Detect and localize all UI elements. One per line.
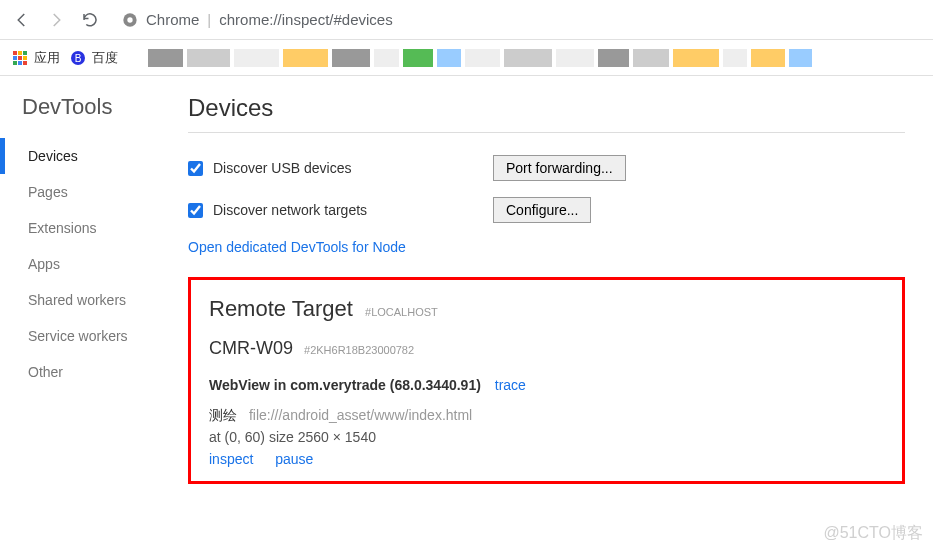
port-forwarding-button[interactable]: Port forwarding...: [493, 155, 626, 181]
bookmark-placeholder[interactable]: [403, 49, 433, 67]
node-devtools-link[interactable]: Open dedicated DevTools for Node: [188, 231, 406, 263]
remote-target-heading: Remote Target #LOCALHOST: [209, 296, 884, 322]
bookmark-placeholder[interactable]: [751, 49, 785, 67]
sidebar-item-devices[interactable]: Devices: [0, 138, 170, 174]
sidebar-item-shared-workers[interactable]: Shared workers: [0, 282, 170, 318]
baidu-icon: B: [70, 50, 86, 66]
discover-usb-row: Discover USB devices Port forwarding...: [188, 147, 905, 189]
bookmark-placeholder[interactable]: [234, 49, 279, 67]
webview-label: WebView in com.verytrade (68.0.3440.91): [209, 377, 481, 393]
bookmark-placeholder[interactable]: [283, 49, 328, 67]
bookmark-placeholder[interactable]: [789, 49, 812, 67]
sidebar-item-apps[interactable]: Apps: [0, 246, 170, 282]
sidebar-item-service-workers[interactable]: Service workers: [0, 318, 170, 354]
bookmark-placeholder[interactable]: [437, 49, 461, 67]
sidebar-item-extensions[interactable]: Extensions: [0, 210, 170, 246]
bookmark-placeholder[interactable]: [504, 49, 552, 67]
apps-shortcut[interactable]: 应用: [12, 49, 60, 67]
discover-network-label: Discover network targets: [213, 202, 483, 218]
url-text: chrome://inspect/#devices: [219, 11, 392, 28]
page-title: Devices: [188, 94, 905, 133]
discover-usb-label: Discover USB devices: [213, 160, 483, 176]
reload-button[interactable]: [78, 8, 102, 32]
remote-target-text: Remote Target: [209, 296, 353, 321]
svg-rect-9: [18, 61, 22, 65]
svg-rect-8: [13, 61, 17, 65]
bookmark-placeholder[interactable]: [598, 49, 629, 67]
chrome-icon: [122, 12, 138, 28]
page-actions: inspect pause: [209, 451, 884, 467]
discover-network-checkbox[interactable]: [188, 203, 203, 218]
inspect-link[interactable]: inspect: [209, 451, 253, 467]
svg-text:B: B: [75, 53, 82, 64]
device-row: CMR-W09 #2KH6R18B23000782: [209, 338, 884, 359]
svg-rect-5: [13, 56, 17, 60]
page-meta: at (0, 60) size 2560 × 1540: [209, 429, 884, 445]
svg-point-1: [127, 17, 132, 22]
configure-button[interactable]: Configure...: [493, 197, 591, 223]
bookmark-placeholder[interactable]: [465, 49, 500, 67]
separator: |: [207, 11, 211, 28]
svg-rect-3: [18, 51, 22, 55]
device-serial: #2KH6R18B23000782: [304, 344, 414, 356]
site-label: Chrome: [146, 11, 199, 28]
sidebar-item-pages[interactable]: Pages: [0, 174, 170, 210]
trace-link[interactable]: trace: [495, 377, 526, 393]
svg-rect-2: [13, 51, 17, 55]
bookmark-strip: [148, 49, 921, 67]
webview-row: WebView in com.verytrade (68.0.3440.91) …: [209, 377, 884, 393]
page-entry: 测绘 file:///android_asset/www/index.html: [209, 407, 884, 425]
bookmark-placeholder[interactable]: [633, 49, 669, 67]
sidebar: DevTools DevicesPagesExtensionsAppsShare…: [0, 76, 170, 504]
svg-rect-10: [23, 61, 27, 65]
discover-network-row: Discover network targets Configure...: [188, 189, 905, 231]
remote-target-box: Remote Target #LOCALHOST CMR-W09 #2KH6R1…: [188, 277, 905, 484]
bookmark-placeholder[interactable]: [332, 49, 370, 67]
sidebar-title: DevTools: [0, 94, 170, 138]
forward-button[interactable]: [44, 8, 68, 32]
apps-icon: [12, 50, 28, 66]
sidebar-item-other[interactable]: Other: [0, 354, 170, 390]
apps-label: 应用: [34, 49, 60, 67]
browser-toolbar: Chrome | chrome://inspect/#devices: [0, 0, 933, 40]
page-entry-url: file:///android_asset/www/index.html: [249, 407, 472, 423]
svg-rect-4: [23, 51, 27, 55]
bookmark-placeholder[interactable]: [374, 49, 399, 67]
device-name: CMR-W09: [209, 338, 293, 358]
bookmark-baidu[interactable]: B 百度: [70, 49, 118, 67]
bookmark-placeholder[interactable]: [187, 49, 230, 67]
svg-rect-6: [18, 56, 22, 60]
address-bar[interactable]: Chrome | chrome://inspect/#devices: [112, 11, 923, 28]
back-button[interactable]: [10, 8, 34, 32]
svg-rect-7: [23, 56, 27, 60]
localhost-tag: #LOCALHOST: [365, 306, 438, 318]
baidu-label: 百度: [92, 49, 118, 67]
bookmark-placeholder[interactable]: [148, 49, 183, 67]
pause-link[interactable]: pause: [275, 451, 313, 467]
discover-usb-checkbox[interactable]: [188, 161, 203, 176]
bookmark-placeholder[interactable]: [673, 49, 719, 67]
bookmark-placeholder[interactable]: [723, 49, 747, 67]
bookmarks-bar: 应用 B 百度: [0, 40, 933, 76]
page-entry-title: 测绘: [209, 407, 237, 423]
main-panel: Devices Discover USB devices Port forwar…: [170, 76, 933, 504]
bookmark-placeholder[interactable]: [556, 49, 594, 67]
